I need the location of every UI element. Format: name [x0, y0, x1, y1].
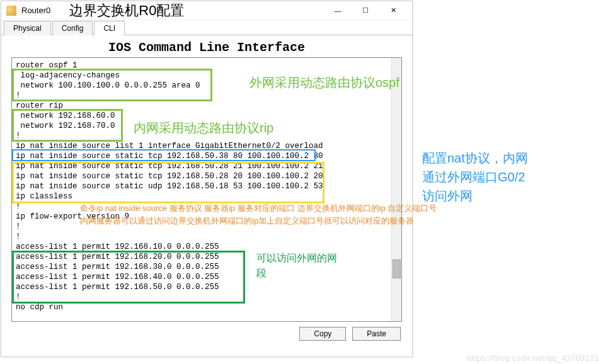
- window-controls: — ☐ ✕: [324, 2, 407, 20]
- external-heading: 边界交换机R0配置: [69, 1, 184, 20]
- cli-heading: IOS Command Line Interface: [1, 35, 412, 57]
- copy-button[interactable]: Copy: [299, 327, 346, 341]
- paste-button[interactable]: Paste: [352, 327, 401, 341]
- maximize-button[interactable]: ☐: [352, 2, 379, 20]
- cli-output-panel: router ospf 1 log-adjacency-changes netw…: [11, 57, 402, 322]
- app-window: Router0 边界交换机R0配置 — ☐ ✕ Physical Config …: [1, 1, 413, 357]
- window-title: Router0: [21, 6, 50, 15]
- tab-cli[interactable]: CLI: [94, 21, 125, 35]
- anno-label-nat1: 配置nat协议，内网: [422, 150, 528, 167]
- watermark: https://blog.csdn.net/qq_43709121: [468, 353, 599, 363]
- tab-physical[interactable]: Physical: [4, 21, 51, 35]
- minimize-button[interactable]: —: [324, 2, 352, 20]
- cli-button-row: Copy Paste: [1, 322, 412, 346]
- router-icon: [6, 6, 16, 16]
- close-button[interactable]: ✕: [379, 2, 407, 20]
- tab-bar: Physical Config CLI: [1, 20, 412, 35]
- anno-label-nat3: 访问外网: [422, 188, 473, 205]
- titlebar: Router0 边界交换机R0配置 — ☐ ✕: [1, 1, 412, 20]
- cli-text[interactable]: router ospf 1 log-adjacency-changes netw…: [12, 58, 401, 315]
- anno-label-nat2: 通过外网端口G0/2: [422, 169, 525, 186]
- tab-config[interactable]: Config: [52, 21, 93, 35]
